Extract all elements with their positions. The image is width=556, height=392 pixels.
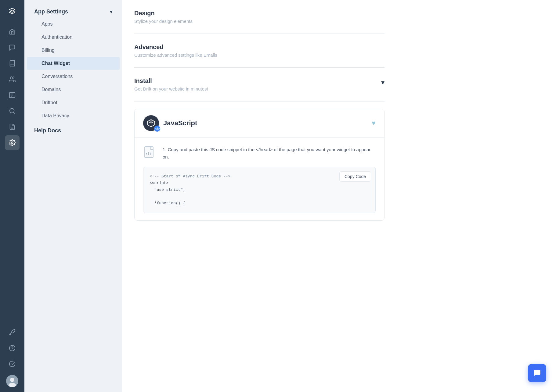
svg-text:</>: </> xyxy=(155,127,160,130)
nav-item-conversations[interactable]: Conversations xyxy=(27,70,120,83)
nav-sidebar: App Settings ▾ Apps Authentication Billi… xyxy=(24,0,122,392)
chat-nav-icon[interactable] xyxy=(5,40,20,55)
nav-item-billing[interactable]: Billing xyxy=(27,44,120,57)
svg-point-5 xyxy=(10,109,14,113)
file-code-icon xyxy=(143,145,157,161)
code-line-1: <!-- Start of Async Drift Code --> xyxy=(150,173,369,180)
code-block: Copy Code <!-- Start of Async Drift Code… xyxy=(143,167,376,213)
advanced-title: Advanced xyxy=(134,44,385,51)
nav-item-driftbot[interactable]: Driftbot xyxy=(27,96,120,109)
install-section[interactable]: Install Get Drift on your website in min… xyxy=(134,68,385,102)
design-section: Design Stylize your design elements xyxy=(134,0,385,34)
install-card-body: 1. Copy and paste this JS code snippet i… xyxy=(135,137,384,220)
floating-chat-button[interactable] xyxy=(528,364,546,382)
install-step-1: 1. Copy and paste this JS code snippet i… xyxy=(143,145,376,161)
rocket-nav-icon[interactable] xyxy=(5,325,20,340)
icon-sidebar xyxy=(0,0,24,392)
design-desc: Stylize your design elements xyxy=(134,19,385,24)
advanced-section: Advanced Customize advanced settings lik… xyxy=(134,34,385,68)
code-line-5: !function() { xyxy=(150,200,369,207)
logo-icon xyxy=(9,8,16,14)
install-chevron: ▾ xyxy=(381,79,385,87)
copy-code-button[interactable]: Copy Code xyxy=(339,171,371,182)
code-line-2: <script> xyxy=(150,180,369,187)
drift-logo-icon xyxy=(147,119,155,127)
install-card-title: JavaScript xyxy=(163,119,197,127)
home-nav-icon[interactable] xyxy=(5,24,20,39)
checkmark-nav-icon[interactable] xyxy=(5,357,20,371)
settings-nav-icon[interactable] xyxy=(5,135,20,150)
app-settings-chevron: ▾ xyxy=(110,9,112,15)
app-settings-label: App Settings xyxy=(34,9,68,15)
code-line-4 xyxy=(150,193,369,200)
svg-line-6 xyxy=(13,112,15,113)
install-card-header: </> JavaScript ♥ xyxy=(135,109,384,137)
user-avatar[interactable] xyxy=(6,375,18,387)
help-docs-header[interactable]: Help Docs xyxy=(24,123,122,136)
install-card: </> JavaScript ♥ xyxy=(134,109,385,221)
js-badge: </> xyxy=(154,126,160,132)
floating-chat-icon xyxy=(533,369,541,377)
book-nav-icon[interactable] xyxy=(5,56,20,71)
js-logo: </> xyxy=(143,115,159,131)
design-title: Design xyxy=(134,10,385,17)
contacts-nav-icon[interactable] xyxy=(5,88,20,102)
nav-item-apps[interactable]: Apps xyxy=(27,18,120,30)
install-step-text: 1. Copy and paste this JS code snippet i… xyxy=(163,145,376,161)
code-line-3: "use strict"; xyxy=(150,187,369,193)
search-nav-icon[interactable] xyxy=(5,104,20,118)
app-logo[interactable] xyxy=(5,4,20,18)
install-card-chevron: ♥ xyxy=(372,119,376,127)
app-settings-header[interactable]: App Settings ▾ xyxy=(24,6,122,17)
install-title: Install xyxy=(134,77,208,84)
help-nav-icon[interactable] xyxy=(5,341,20,355)
svg-point-13 xyxy=(10,378,14,382)
nav-item-domains[interactable]: Domains xyxy=(27,83,120,96)
nav-item-authentication[interactable]: Authentication xyxy=(27,31,120,44)
nav-item-chat-widget[interactable]: Chat Widget xyxy=(27,57,120,70)
svg-point-9 xyxy=(11,142,13,144)
install-card-logo: </> JavaScript xyxy=(143,115,197,131)
reports-nav-icon[interactable] xyxy=(5,119,20,134)
svg-rect-21 xyxy=(145,147,153,158)
svg-point-0 xyxy=(10,77,13,79)
nav-item-data-privacy[interactable]: Data Privacy xyxy=(27,109,120,122)
team-nav-icon[interactable] xyxy=(5,72,20,87)
main-content: Design Stylize your design elements Adva… xyxy=(122,0,556,392)
advanced-desc: Customize advanced settings like Emails xyxy=(134,52,385,58)
install-desc: Get Drift on your website in minutes! xyxy=(134,86,208,91)
